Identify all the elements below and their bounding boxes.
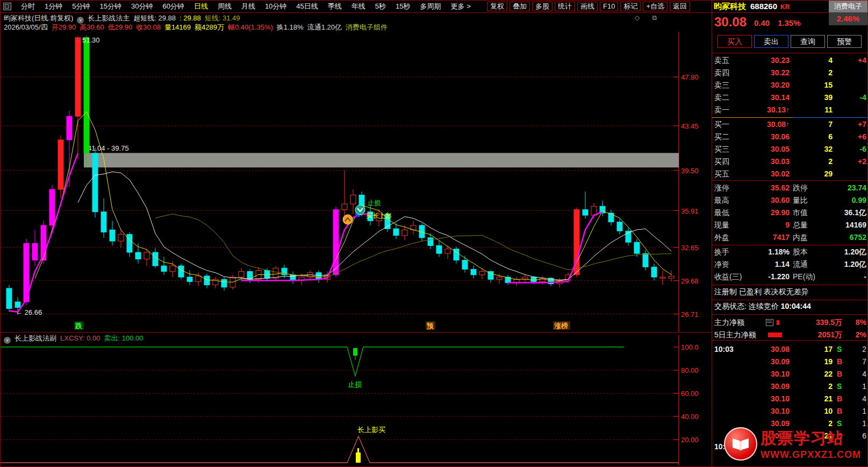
panel-sep-7: [712, 340, 867, 341]
candle-body: [634, 242, 640, 253]
sector-change: 2.46%: [829, 12, 867, 25]
sub-axis-label: 80.00: [681, 366, 699, 374]
tick-count: 4: [862, 393, 866, 405]
candle-body: [204, 276, 210, 285]
header-segment: 2026/03/05/四: [4, 23, 48, 31]
sector-box[interactable]: 消费电子 2.46%: [829, 1, 867, 25]
button-卖出[interactable]: 卖出: [754, 35, 788, 48]
candle-body: [342, 204, 347, 209]
header-segment: 换1.18%: [277, 23, 304, 31]
candle-body: [15, 302, 20, 307]
header-segment: 超短线: 29.88: [133, 14, 176, 22]
tick-row: 30.1010B1: [712, 405, 867, 417]
bid-row[interactable]: 买四30.032+2: [712, 155, 867, 167]
chart-panel-icons[interactable]: ◇ ⧉: [635, 14, 662, 22]
mid-divider-left: [712, 117, 793, 118]
badge-涨榜[interactable]: 涨榜: [554, 322, 568, 330]
candle-body: [144, 252, 149, 259]
stat-value: 23.74: [848, 182, 866, 194]
level-volume: 39: [824, 91, 833, 103]
candle-body: [264, 271, 270, 279]
list-icon[interactable]: [766, 319, 773, 326]
flow-bar: [777, 320, 779, 325]
ask-row[interactable]: 卖五30.234+4: [712, 54, 867, 66]
button-买入[interactable]: 买入: [718, 35, 752, 48]
stat-label: 外盘: [714, 231, 729, 243]
level-label: 买四: [714, 155, 729, 167]
axis-label: 35.91: [681, 207, 699, 215]
collapse-icon[interactable]: ∨: [4, 337, 11, 344]
level-label: 卖四: [714, 67, 729, 79]
ask-row[interactable]: 卖二30.1439-4: [712, 91, 867, 103]
candle-body: [187, 277, 192, 281]
stat-label: 股本: [793, 246, 808, 258]
level-price: 30.20: [771, 79, 790, 91]
candle-body: [67, 116, 72, 140]
panel-sep-2: [712, 180, 867, 181]
stat-label: PE(动): [793, 271, 815, 282]
candle-body: [402, 230, 407, 236]
level-label: 买五: [714, 168, 729, 180]
tick-price: 30.09: [771, 356, 790, 367]
candle-body: [75, 38, 81, 116]
header-segment: : 29.88: [180, 14, 201, 22]
tick-direction: S: [837, 380, 842, 392]
flow-label: 5日主力净额: [714, 329, 756, 341]
sector-name: 消费电子: [829, 1, 867, 12]
sub-stop-label: 止损: [348, 380, 362, 388]
stat-value: 1.20亿: [844, 258, 866, 270]
tick-count: 4: [862, 368, 866, 380]
price-change: 0.40: [754, 18, 770, 27]
stat-label: 量比: [793, 194, 808, 206]
badge-预[interactable]: 预: [426, 322, 434, 330]
level-price: 30.02: [771, 168, 790, 180]
sub-indicator-header: ∨长上影战法副LXCSY: 0.00卖出: 100.00: [4, 334, 147, 344]
button-预警[interactable]: 预警: [827, 35, 862, 48]
header-segment: 开29.90: [52, 23, 76, 31]
flow-label: 主力净额: [714, 316, 744, 328]
candle-body: [660, 277, 665, 278]
flow-pct: 8%: [856, 316, 866, 328]
candle-body: [84, 38, 89, 153]
stat-value: 14169: [845, 219, 866, 231]
badge-跌[interactable]: 跌: [75, 322, 82, 330]
bid-row[interactable]: 买五30.0229: [712, 168, 867, 180]
button-查询[interactable]: 查询: [791, 35, 825, 48]
ask-row[interactable]: 卖三30.2015: [712, 79, 867, 91]
ask-row[interactable]: 卖一30.13↑11: [712, 104, 867, 116]
level-label: 买二: [714, 131, 729, 143]
header-segment: 卖出: 100.00: [104, 334, 143, 342]
header-segment: 量14169: [164, 23, 191, 31]
bid-row[interactable]: 买三30.0532-6: [712, 143, 867, 155]
book-logo-icon: [724, 427, 757, 461]
candle-body: [92, 153, 98, 212]
bid-row[interactable]: 买二30.066+6: [712, 131, 867, 143]
level-volume: 6: [828, 131, 833, 143]
tick-volume: 10: [824, 405, 833, 417]
teal-down-icon[interactable]: [355, 205, 365, 215]
candle-body: [178, 266, 184, 277]
panel-sep-6: [712, 314, 867, 315]
flow-bar: [768, 332, 782, 337]
level-price: 30.03: [771, 155, 790, 167]
candlestick-chart[interactable]: 47.8043.4539.5035.9132.6529.6826.7141.04…: [1, 1, 712, 467]
buy-marker-stem: [357, 448, 359, 452]
candle-body: [333, 210, 339, 275]
peak-price-label: 51.30: [82, 36, 100, 44]
candle-body: [531, 277, 536, 281]
peak-arrow: ←: [76, 37, 82, 43]
gold-up-icon[interactable]: [343, 215, 353, 224]
bid-row[interactable]: 买一30.08↑7+7: [712, 118, 867, 130]
price-change-pct: 1.35%: [778, 18, 801, 27]
sub-buy-label: 长上影买: [357, 426, 385, 434]
tick-row: 30.0919B7: [712, 356, 867, 367]
price-band: [84, 153, 679, 167]
candle-body: [127, 235, 132, 252]
buy-marker-candle: [356, 452, 361, 463]
level-volume: 2: [828, 155, 833, 167]
tick-price: 30.08: [771, 343, 790, 355]
candle-body: [497, 277, 502, 279]
watermark: 股票学习站 WWW.GPXXZ1.COM: [724, 422, 867, 465]
candle-body: [350, 195, 356, 204]
ask-row[interactable]: 卖四30.222: [712, 67, 867, 79]
